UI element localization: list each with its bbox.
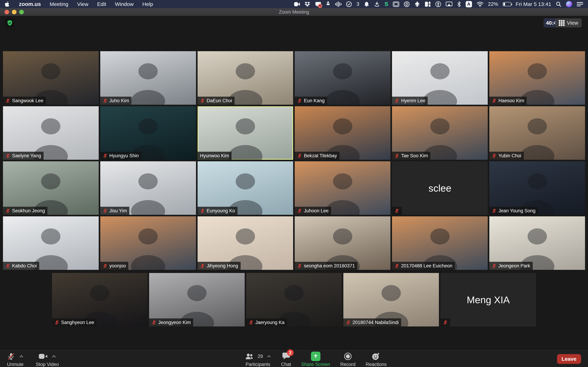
participant-name: 20180744 NabilaSindi bbox=[353, 320, 399, 325]
participant-tile[interactable]: seongha eom 20160371 bbox=[295, 216, 390, 270]
security-shield-button[interactable] bbox=[5, 18, 15, 28]
unmute-button[interactable]: Unmute bbox=[7, 352, 24, 367]
participant-label: Jisu Yim bbox=[100, 207, 130, 215]
accessibility-icon[interactable] bbox=[435, 1, 441, 8]
bluetooth-icon[interactable] bbox=[457, 1, 461, 8]
participant-grid-bottom: Sanghyeon Lee Jeongyeon Kim Jaeryoung Ka bbox=[0, 273, 588, 326]
participant-name: Jaeryoung Ka bbox=[255, 320, 285, 325]
menu-help[interactable]: Help bbox=[142, 1, 153, 7]
participant-tile[interactable]: Jisu Yim bbox=[100, 161, 196, 215]
participant-tile[interactable]: Haesoo Kim bbox=[489, 51, 585, 105]
camera-icon[interactable] bbox=[294, 1, 300, 8]
stop-video-button[interactable]: Stop Video bbox=[36, 352, 59, 367]
participant-tile[interactable]: Jean Young Song bbox=[489, 161, 585, 215]
participant-name: Tae Soo Kim bbox=[401, 153, 428, 158]
muted-mic-icon bbox=[5, 153, 10, 158]
participant-label: Seokhun Jeong bbox=[3, 207, 47, 215]
record-button[interactable]: Record bbox=[340, 352, 355, 367]
chat-label: Chat bbox=[281, 362, 291, 367]
participant-tile[interactable]: sclee bbox=[392, 161, 488, 215]
participant-tile[interactable]: Jeongeon Park bbox=[489, 216, 585, 270]
participant-tile[interactable]: Meng XIA bbox=[441, 273, 536, 326]
muted-mic-icon bbox=[346, 320, 351, 325]
shield-check-icon bbox=[7, 20, 13, 26]
participant-label bbox=[441, 318, 450, 326]
menu-meeting[interactable]: Meeting bbox=[50, 1, 69, 7]
participants-icon bbox=[245, 352, 253, 360]
chat-notification-badge: N bbox=[318, 4, 322, 8]
participant-tile[interactable]: 20170488 Lee Euicheon bbox=[392, 216, 488, 270]
muted-mic-icon bbox=[492, 263, 497, 268]
view-button[interactable]: View bbox=[555, 18, 582, 27]
screen-mirroring-icon[interactable] bbox=[446, 1, 452, 8]
participant-name: Hyunwoo Kim bbox=[200, 153, 229, 158]
participant-tile[interactable]: Jeongyeon Kim bbox=[149, 273, 245, 326]
participants-count: 29 bbox=[258, 354, 263, 359]
participant-tile[interactable]: Juho Kim bbox=[100, 51, 196, 105]
participant-label: Bekzat Tilekbay bbox=[295, 152, 339, 160]
menu-window[interactable]: Window bbox=[115, 1, 134, 7]
menu-app-name[interactable]: zoom.us bbox=[19, 1, 41, 7]
participant-name: seongha eom 20160371 bbox=[304, 263, 355, 269]
siri-icon[interactable] bbox=[566, 1, 572, 7]
participant-tile[interactable]: Yubin Choi bbox=[489, 106, 585, 160]
participant-tile[interactable]: Kabdo Choi bbox=[3, 216, 99, 270]
unmute-options-caret[interactable] bbox=[19, 355, 24, 358]
shottr-icon[interactable]: S bbox=[384, 1, 388, 7]
participant-tile[interactable]: Saelyne Yang bbox=[3, 106, 99, 160]
leave-button[interactable]: Leave bbox=[557, 354, 581, 364]
reactions-button[interactable]: Reactions bbox=[366, 352, 387, 367]
menu-view[interactable]: View bbox=[77, 1, 88, 7]
menu-clock[interactable]: Fri Mar 5 13:41 bbox=[516, 1, 551, 7]
participant-tile[interactable]: Tae Soo Kim bbox=[392, 106, 488, 160]
participant-tile[interactable]: Sangwook Lee bbox=[3, 51, 99, 105]
battery-icon[interactable] bbox=[503, 2, 511, 6]
participant-tile[interactable]: 20180744 NabilaSindi bbox=[343, 273, 439, 326]
participant-label: Hyunwoo Kim bbox=[198, 152, 232, 160]
control-list-icon[interactable] bbox=[577, 1, 583, 8]
muted-mic-icon bbox=[103, 98, 108, 103]
chat-notification-icon[interactable]: N bbox=[315, 1, 321, 8]
share-screen-button[interactable]: Share Screen bbox=[301, 352, 330, 367]
muted-mic-icon bbox=[492, 208, 497, 213]
participant-tile[interactable]: yoonjoo bbox=[100, 216, 196, 270]
stop-video-label: Stop Video bbox=[36, 362, 59, 367]
dropbox-icon[interactable] bbox=[305, 1, 311, 8]
participant-label: Eun Kang bbox=[295, 97, 327, 105]
participants-caret[interactable] bbox=[267, 355, 271, 358]
check-circle-icon[interactable] bbox=[346, 1, 352, 8]
zero-circle-icon[interactable] bbox=[404, 1, 410, 8]
participant-tile[interactable]: Eunyoung Ko bbox=[198, 161, 293, 215]
participant-tile[interactable]: Hyunwoo Kim bbox=[198, 106, 293, 160]
participant-tile[interactable]: Eun Kang bbox=[295, 51, 390, 105]
participant-tile[interactable]: Juhoon Lee bbox=[295, 161, 390, 215]
participant-tile[interactable]: Hyungyu Shin bbox=[100, 106, 196, 160]
muted-mic-icon bbox=[394, 153, 399, 158]
rocket-icon[interactable] bbox=[326, 1, 331, 8]
split-view-icon[interactable] bbox=[425, 1, 431, 8]
puzzle-icon[interactable] bbox=[414, 1, 420, 8]
participant-tile[interactable]: Seokhun Jeong bbox=[3, 161, 99, 215]
participant-tile[interactable]: Hyerim Lee bbox=[392, 51, 488, 105]
menu-edit[interactable]: Edit bbox=[97, 1, 106, 7]
participant-name: Hyerim Lee bbox=[401, 98, 425, 103]
record-label: Record bbox=[340, 362, 355, 367]
bell-icon[interactable] bbox=[364, 1, 369, 8]
video-options-caret[interactable] bbox=[52, 355, 56, 358]
wifi-icon[interactable] bbox=[476, 1, 484, 8]
participant-tile[interactable]: Jaeryoung Ka bbox=[246, 273, 342, 326]
participant-tile[interactable]: Bekzat Tilekbay bbox=[295, 106, 390, 160]
download-icon[interactable] bbox=[374, 1, 380, 8]
search-icon[interactable] bbox=[556, 1, 562, 8]
participant-tile[interactable]: Sanghyeon Lee bbox=[52, 273, 147, 326]
apple-menu-icon[interactable] bbox=[5, 1, 10, 8]
chat-button[interactable]: 2 Chat bbox=[281, 352, 291, 367]
audio-waveform-icon[interactable] bbox=[335, 1, 341, 7]
window-manager-icon[interactable] bbox=[393, 1, 399, 8]
participant-tile[interactable]: DaEun Choi bbox=[198, 51, 293, 105]
participant-tile[interactable]: Jihyeong Hong bbox=[198, 216, 293, 270]
muted-mic-icon bbox=[54, 320, 59, 325]
input-source-icon[interactable]: A bbox=[466, 1, 472, 7]
unmute-label: Unmute bbox=[7, 362, 24, 367]
participants-button[interactable]: 29 Participants bbox=[245, 352, 271, 367]
